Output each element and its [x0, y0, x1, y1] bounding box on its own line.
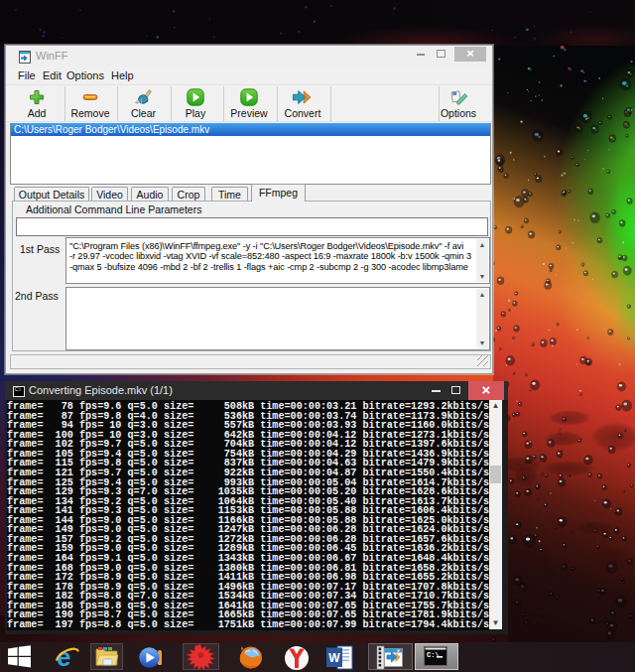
svg-text:W: W — [328, 651, 340, 665]
svg-text:C:\: C:\ — [427, 651, 440, 659]
